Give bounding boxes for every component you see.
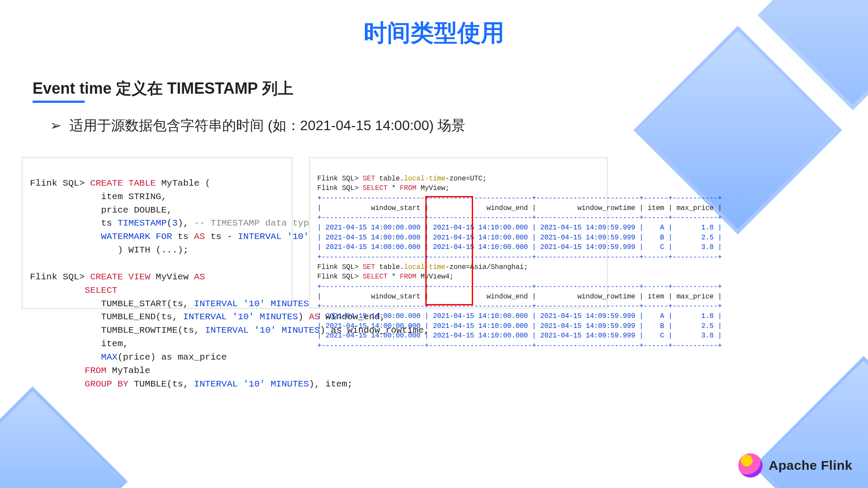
tbl-border-2: +-------------------------+-------------… [317,214,722,222]
flink-logo-icon [738,453,763,478]
kw-timestamp: TIMESTAMP [118,218,167,228]
kw-from-r2: FROM [400,273,416,281]
with-clause: ) WITH (...); [118,245,189,255]
col-ts-c: ( [167,218,172,228]
set2-d: -zone= [445,263,470,271]
kw-create-table: CREATE TABLE [90,178,156,188]
interval-2: INTERVAL '10' MINUTES [183,312,298,322]
code-pane-right: Flink SQL> SET table.local-time-zone=UTC… [309,157,608,308]
kw-create-view: CREATE VIEW [90,272,151,282]
tbl2-row-0: | 2021-04-15 14:00:00.000 | 2021-04-15 1… [317,312,722,320]
set2-e: Asia/Shanghai; [470,263,528,271]
tbl-border-1: +-------------------------+-------------… [317,194,722,202]
kw-select-r2: SELECT [363,273,388,281]
set1-b: table. [375,175,404,183]
group-b: TUMBLE(ts, [128,379,194,389]
sel2-b: * [388,273,400,281]
bullet-text: 适用于源数据包含字符串的时间 (如：2021-04-15 14:00:00) 场… [50,116,465,135]
kw-from: FROM [85,366,106,376]
tbl2-row-2: | 2021-04-15 14:00:00.000 | 2021-04-15 1… [317,332,722,340]
l2c: ) [298,312,309,322]
kw-group-by: GROUP BY [85,379,128,389]
ts-precision: 3 [172,218,178,228]
wm-b: ts [172,232,194,242]
sql-prompt-2: Flink SQL> [30,272,85,282]
decor-cube-bottom-left [0,386,128,488]
sel2-d: MyView4; [416,273,454,281]
kw-as-view: AS [194,272,205,282]
tumble-start: TUMBLE_START(ts, [101,299,194,309]
sel1-d: MyView; [416,184,449,192]
tbl-border-3: +-------------------------+-------------… [317,253,722,261]
tbl-header-2: | window_start | window_end | window_row… [317,293,722,301]
tbl1-row-2: | 2021-04-15 14:00:00.000 | 2021-04-15 1… [317,243,722,251]
col-price: price DOUBLE, [101,205,172,215]
kw-watermark-for: WATERMARK FOR [101,232,172,242]
code-pane-left: Flink SQL> CREATE TABLE MyTable ( item S… [22,157,293,309]
set1-e: UTC; [470,175,487,183]
set1-d: -zone= [445,175,470,183]
tbl-header-1: | window_start | window_end | window_row… [317,204,722,212]
tbl-border-6: +-------------------------+-------------… [317,342,722,350]
sql-prompt: Flink SQL> [30,178,85,188]
sel1-b: * [388,184,400,192]
sql-prompt-r1: Flink SQL> [317,175,358,183]
sel-item: item, [101,339,128,349]
interval-3: INTERVAL '10' MINUTES [205,325,320,335]
tbl2-row-1: | 2021-04-15 14:00:00.000 | 2021-04-15 1… [317,322,722,330]
tbl-border-5: +-------------------------+-------------… [317,302,722,310]
tbl1-row-0: | 2021-04-15 14:00:00.000 | 2021-04-15 1… [317,224,722,232]
interval-1: INTERVAL '10' MINUTES [194,299,309,309]
kw-select-r1: SELECT [363,184,388,192]
kw-from-r1: FROM [400,184,416,192]
kw-set-1: SET [363,175,375,183]
footer-brand-text: Apache Flink [769,458,852,473]
set2-b: table. [375,263,404,271]
footer-brand: Apache Flink [738,453,852,478]
kw-as-wm: AS [194,232,205,242]
kw-max: MAX [101,352,118,362]
kw-select: SELECT [85,285,118,295]
col-item: item STRING, [101,192,167,202]
kw-set-2: SET [363,263,375,271]
sql-prompt-r3: Flink SQL> [317,263,358,271]
from-table: MyTable [106,366,150,376]
sql-prompt-r4: Flink SQL> [317,273,358,281]
ts-comment: -- TIMESTAMP data type [189,218,315,228]
sql-prompt-r2: Flink SQL> [317,184,358,192]
set1-c: local-time [404,175,445,183]
section-underline [33,101,85,103]
slide-title: 时间类型使用 [0,17,868,49]
view-name: MyView [150,272,194,282]
tbl-border-4: +-------------------------+-------------… [317,283,722,291]
max-price: (price) as max_price [118,352,227,362]
tumble-rowtime: TUMBLE_ROWTIME(ts, [101,325,205,335]
section-heading: Event time 定义在 TIMESTAMP 列上 [33,78,293,99]
group-d: ), item; [309,379,353,389]
tumble-end: TUMBLE_END(ts, [101,312,183,322]
col-ts-a: ts [101,218,118,228]
wm-d: ts - [205,232,238,242]
tbl1-row-1: | 2021-04-15 14:00:00.000 | 2021-04-15 1… [317,234,722,242]
interval-4: INTERVAL '10' MINUTES [194,379,309,389]
table-name: MyTable ( [161,178,210,188]
col-ts-e: ), [178,218,188,228]
set2-c: local-time [404,263,445,271]
